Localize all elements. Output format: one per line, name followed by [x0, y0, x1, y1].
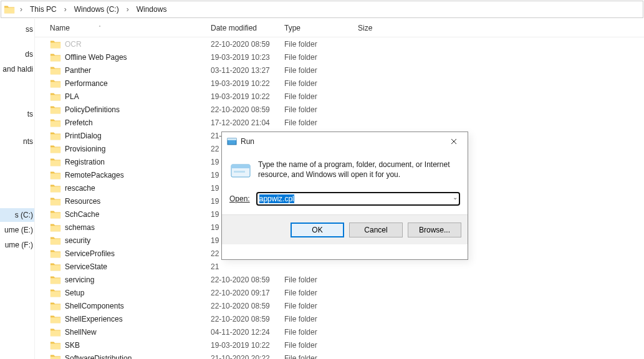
file-date: 17-12-2020 21:04	[211, 118, 284, 127]
file-name: Prefetch	[65, 118, 211, 127]
table-row[interactable]: Prefetch17-12-2020 21:04File folder	[35, 116, 644, 129]
table-row[interactable]: ShellComponents22-10-2020 08:59File fold…	[35, 299, 644, 312]
folder-icon	[50, 314, 61, 325]
file-name: schemas	[65, 223, 211, 232]
ok-button[interactable]: OK	[291, 223, 344, 237]
open-input[interactable]	[256, 192, 460, 206]
table-row[interactable]: Performance19-03-2019 10:22File folder	[35, 77, 644, 90]
run-dialog: Run Type the name of a program, folder, …	[221, 132, 468, 260]
file-type: File folder	[284, 40, 358, 49]
breadcrumb[interactable]: › This PC › Windows (C:) › Windows	[1, 1, 643, 18]
nav-item[interactable]: ds	[0, 47, 34, 61]
file-name: ServiceProfiles	[65, 249, 211, 258]
file-type: File folder	[284, 53, 358, 62]
breadcrumb-item[interactable]: This PC	[27, 4, 59, 15]
folder-icon	[50, 274, 61, 285]
table-row[interactable]: Offline Web Pages19-03-2019 10:23File fo…	[35, 50, 644, 64]
folder-icon	[50, 52, 61, 63]
open-combobox[interactable]: ⌄	[256, 192, 460, 206]
chevron-right-icon: ›	[62, 5, 69, 14]
file-date: 19-03-2019 10:22	[211, 79, 284, 88]
file-date: 19-03-2019 10:22	[211, 92, 284, 101]
nav-item[interactable]: ume (F:)	[0, 238, 34, 252]
folder-icon	[50, 183, 61, 194]
dialog-text: Type the name of a program, folder, docu…	[258, 160, 460, 182]
file-name: SoftwareDistribution	[65, 354, 211, 360]
folder-icon	[50, 353, 61, 360]
file-name: Offline Web Pages	[65, 53, 211, 62]
file-type: File folder	[284, 275, 358, 284]
table-row[interactable]: PLA19-03-2019 10:22File folder	[35, 90, 644, 103]
breadcrumb-item[interactable]: Windows	[134, 4, 170, 15]
folder-icon	[50, 287, 61, 299]
column-size[interactable]: Size	[358, 24, 408, 32]
table-row[interactable]: SKB19-03-2019 10:22File folder	[35, 338, 644, 352]
nav-item[interactable]: and haldi	[0, 62, 34, 76]
file-date: 22-10-2020 08:59	[211, 315, 284, 323]
folder-icon	[50, 117, 61, 128]
folder-icon	[50, 170, 61, 181]
column-type[interactable]: Type	[284, 24, 358, 32]
folder-icon	[50, 78, 61, 89]
browse-button[interactable]: Browse...	[408, 223, 461, 237]
file-name: PolicyDefinitions	[65, 105, 211, 114]
nav-item[interactable]: ts	[0, 107, 34, 121]
file-type: File folder	[284, 92, 358, 101]
svg-rect-3	[231, 165, 250, 168]
file-type: File folder	[284, 66, 358, 75]
file-name: ShellExperiences	[65, 315, 211, 323]
file-type: File folder	[284, 302, 358, 310]
file-type: File folder	[284, 118, 358, 127]
table-row[interactable]: OCR22-10-2020 08:59File folder	[35, 37, 644, 50]
dialog-titlebar[interactable]: Run	[222, 132, 468, 151]
nav-item[interactable]: ss	[0, 22, 34, 36]
table-row[interactable]: servicing22-10-2020 08:59File folder	[35, 273, 644, 286]
folder-icon	[50, 130, 61, 141]
folder-icon	[50, 340, 61, 351]
file-name: Resources	[65, 197, 211, 206]
column-headers[interactable]: Name ˄ Date modified Type Size	[35, 19, 644, 37]
file-name: rescache	[65, 184, 211, 193]
folder-icon	[50, 156, 61, 168]
chevron-right-icon: ›	[124, 5, 132, 14]
table-row[interactable]: PolicyDefinitions22-10-2020 08:59File fo…	[35, 103, 644, 116]
breadcrumb-item[interactable]: Windows (C:)	[72, 4, 122, 15]
file-name: security	[65, 236, 211, 245]
cancel-button[interactable]: Cancel	[349, 223, 403, 237]
file-date: 21	[211, 262, 284, 271]
folder-icon	[50, 91, 61, 102]
folder-icon	[50, 209, 61, 220]
table-row[interactable]: Setup22-10-2020 09:17File folder	[35, 286, 644, 299]
table-row[interactable]: ShellNew04-11-2020 12:24File folder	[35, 325, 644, 338]
close-button[interactable]	[445, 135, 463, 148]
table-row[interactable]: SoftwareDistribution21-10-2020 20:22File…	[35, 352, 644, 359]
file-date: 22-10-2020 08:59	[211, 275, 284, 284]
file-name: ShellComponents	[65, 302, 211, 310]
table-row[interactable]: ServiceState21	[35, 260, 644, 273]
close-icon	[451, 138, 457, 145]
svg-rect-4	[234, 171, 245, 173]
nav-item[interactable]: s (C:)	[0, 208, 34, 222]
folder-icon	[50, 143, 61, 155]
file-type: File folder	[284, 341, 358, 350]
column-date[interactable]: Date modified	[211, 24, 284, 32]
file-name: OCR	[65, 40, 211, 49]
nav-item[interactable]: ume (E:)	[0, 223, 34, 237]
file-name: ShellNew	[65, 328, 211, 337]
file-name: SchCache	[65, 210, 211, 219]
folder-icon	[50, 104, 61, 115]
svg-rect-1	[228, 138, 236, 140]
file-type: File folder	[284, 328, 358, 337]
table-row[interactable]: Panther03-11-2020 13:27File folder	[35, 64, 644, 77]
navigation-pane[interactable]: ssdsand halditsntss (C:)ume (E:)ume (F:)	[0, 19, 35, 359]
nav-item[interactable]: nts	[0, 135, 34, 148]
file-date: 04-11-2020 12:24	[211, 328, 284, 337]
file-type: File folder	[284, 105, 358, 114]
folder-icon	[50, 39, 61, 50]
file-date: 22-10-2020 09:17	[211, 289, 284, 297]
column-name[interactable]: Name ˄	[50, 24, 211, 32]
file-name: Panther	[65, 66, 211, 75]
table-row[interactable]: ShellExperiences22-10-2020 08:59File fol…	[35, 312, 644, 325]
folder-icon	[50, 300, 61, 312]
file-name: RemotePackages	[65, 171, 211, 180]
